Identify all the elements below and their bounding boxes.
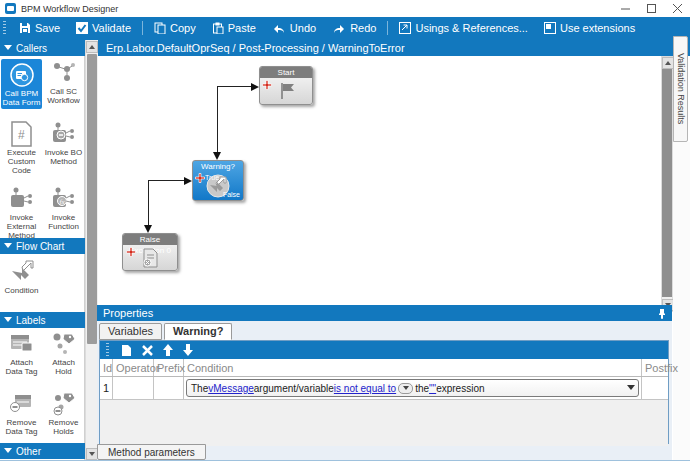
- connection-line: [217, 86, 252, 87]
- toolbox-sidebar: Callers Call BPM Data Form Call SC Workf…: [0, 40, 85, 461]
- invoke-function-icon: fx: [43, 185, 84, 213]
- condition-combobox[interactable]: The vMessage argument/variable is not eq…: [186, 379, 639, 397]
- copy-button[interactable]: Copy: [146, 17, 204, 39]
- validate-button[interactable]: Validate: [68, 17, 139, 39]
- node-raise-exception[interactable]: Raise Exception 0: [122, 233, 178, 271]
- execute-custom-code-icon: #: [1, 120, 42, 148]
- tool-condition[interactable]: Condition: [1, 258, 42, 295]
- undo-button[interactable]: Undo: [264, 17, 324, 39]
- properties-panel: Properties Variables Warning? Id Operato…: [97, 305, 672, 461]
- tool-remove-data-tag[interactable]: Remove Data Tag: [1, 390, 42, 436]
- grid-toolbar-grip[interactable]: [106, 343, 109, 357]
- tab-variables[interactable]: Variables: [99, 323, 162, 340]
- grid-empty-area[interactable]: [100, 400, 668, 446]
- svg-text:fx: fx: [59, 198, 65, 206]
- remove-holds-icon: [43, 390, 84, 418]
- invoke-bo-method-icon: [43, 120, 84, 148]
- validation-results-tab[interactable]: Validation Results: [673, 36, 688, 142]
- node-start[interactable]: Start: [259, 66, 313, 105]
- attach-hold-icon: [43, 330, 84, 358]
- svg-text:#: #: [18, 128, 25, 142]
- connection-arrowhead: [251, 83, 259, 91]
- properties-title: Properties: [103, 307, 153, 319]
- cell-postfix[interactable]: [642, 377, 668, 399]
- delete-row-icon[interactable]: [142, 345, 153, 356]
- remove-data-tag-icon: [1, 390, 42, 418]
- section-header-other[interactable]: Other: [0, 443, 85, 459]
- method-parameters-tab[interactable]: Method parameters: [97, 444, 206, 460]
- breadcrumb[interactable]: Erp.Labor.DefaultOprSeq / Post-Processin…: [98, 39, 690, 56]
- condition-operator-link[interactable]: is not equal to: [334, 383, 396, 394]
- cell-prefix[interactable]: [154, 377, 184, 399]
- operator-dropdown-icon[interactable]: [398, 383, 413, 394]
- cell-condition: The vMessage argument/variable is not eq…: [184, 377, 642, 399]
- connection-line: [148, 180, 185, 181]
- copy-icon: [154, 22, 166, 34]
- canvas-scrollbar-thumb[interactable]: [662, 69, 672, 297]
- usings-references-button[interactable]: Usings & References...: [391, 17, 536, 39]
- node-warning[interactable]: Warning? True False: [192, 160, 244, 201]
- tab-warning[interactable]: Warning?: [164, 323, 232, 340]
- node-raise-exception-label: Raise Exception 0: [123, 234, 177, 245]
- section-header-labels[interactable]: Labels: [0, 312, 85, 328]
- undo-icon: [272, 23, 286, 34]
- workflow-canvas[interactable]: Start Warning? True False Raise Exceptio…: [98, 56, 661, 305]
- true-branch-label: True: [205, 174, 219, 181]
- sidebar-scroll-up-button[interactable]: [86, 41, 98, 53]
- paste-button[interactable]: Paste: [204, 17, 264, 39]
- use-extensions-button[interactable]: Use extensions: [536, 17, 643, 39]
- connection-line: [148, 180, 149, 227]
- move-down-icon[interactable]: [183, 344, 193, 356]
- chevron-down-icon: [4, 317, 12, 323]
- condition-value-link[interactable]: "": [429, 383, 436, 394]
- close-button[interactable]: [664, 0, 690, 17]
- add-node-plus-icon[interactable]: [126, 247, 136, 257]
- column-header-prefix[interactable]: Prefix: [154, 359, 184, 376]
- section-header-callers[interactable]: Callers: [0, 40, 85, 56]
- minimize-button[interactable]: [612, 0, 638, 17]
- section-header-flow-chart[interactable]: Flow Chart: [0, 238, 85, 254]
- tool-invoke-external-method[interactable]: Invoke External Method: [1, 185, 42, 240]
- tool-execute-custom-code[interactable]: # Execute Custom Code: [1, 120, 42, 175]
- properties-header[interactable]: Properties: [97, 305, 672, 321]
- cell-operator[interactable]: [113, 377, 154, 399]
- chevron-down-icon: [4, 45, 12, 51]
- column-header-condition[interactable]: Condition: [184, 359, 642, 376]
- cell-id: 1: [100, 377, 113, 399]
- tool-invoke-function[interactable]: fx Invoke Function: [43, 185, 84, 231]
- column-header-id[interactable]: Id: [100, 359, 113, 376]
- tool-remove-holds[interactable]: Remove Holds: [43, 390, 84, 436]
- use-extensions-icon: [544, 22, 556, 34]
- toolbar-grip[interactable]: [3, 21, 6, 35]
- tool-attach-data-tag[interactable]: Attach Data Tag: [1, 330, 42, 376]
- sidebar-scrollbar-thumb[interactable]: [87, 54, 97, 344]
- tool-call-bpm-data-form[interactable]: Call BPM Data Form: [1, 59, 42, 109]
- usings-references-icon: [399, 22, 411, 34]
- column-header-postfix[interactable]: Postfix: [642, 359, 668, 376]
- maximize-button[interactable]: [638, 0, 664, 17]
- new-row-icon[interactable]: [121, 344, 132, 357]
- pin-icon[interactable]: [658, 308, 666, 319]
- add-node-plus-icon[interactable]: [262, 80, 272, 90]
- toolbar-separator: [142, 21, 143, 35]
- combobox-dropdown-icon[interactable]: [627, 385, 635, 390]
- save-button[interactable]: Save: [11, 17, 68, 39]
- tool-attach-hold[interactable]: Attach Hold: [43, 330, 84, 376]
- connection-arrowhead: [144, 225, 152, 233]
- condition-variable-link[interactable]: vMessage: [208, 383, 254, 394]
- add-node-plus-icon[interactable]: [195, 173, 205, 183]
- app-icon: [5, 3, 16, 14]
- save-icon: [19, 22, 31, 34]
- node-start-label: Start: [260, 67, 312, 78]
- tool-invoke-bo-method[interactable]: Invoke BO Method: [43, 120, 84, 166]
- column-header-operator[interactable]: Operator: [113, 359, 154, 376]
- move-up-icon[interactable]: [163, 344, 173, 356]
- call-bpm-data-form-icon: [1, 61, 42, 89]
- condition-icon: [1, 258, 42, 286]
- false-branch-label: False: [223, 191, 240, 198]
- condition-row[interactable]: 1 The vMessage argument/variable is not …: [100, 377, 668, 400]
- redo-button[interactable]: Redo: [324, 17, 384, 39]
- grid-header-row: Id Operator Prefix Condition Postfix: [100, 359, 668, 377]
- tool-call-sc-workflow[interactable]: Call SC Workflow: [43, 59, 84, 105]
- title-bar: BPM Workflow Designer: [0, 0, 690, 17]
